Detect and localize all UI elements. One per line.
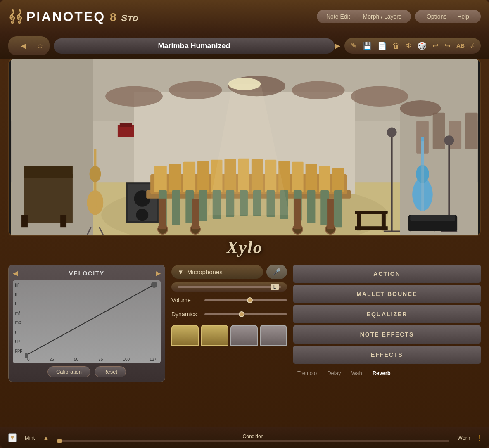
mic-pan-slider-row: L — [171, 282, 287, 292]
pedal-row — [171, 325, 287, 346]
svg-rect-67 — [159, 199, 166, 229]
options-button[interactable]: Options — [423, 12, 450, 21]
wah-tab[interactable]: Wah — [347, 368, 366, 378]
svg-rect-74 — [355, 226, 387, 230]
reset-button[interactable]: Reset — [95, 366, 126, 377]
svg-point-11 — [351, 86, 408, 107]
svg-point-77 — [387, 127, 397, 137]
morph-layers-button[interactable]: Morph / Layers — [360, 12, 405, 21]
note-edit-button[interactable]: Note Edit — [323, 12, 354, 21]
help-button[interactable]: Help — [454, 12, 472, 21]
velocity-header: ◀ VELOCITY ▶ — [13, 269, 161, 277]
compare-icon[interactable]: ≠ — [469, 40, 476, 52]
equalizer-button[interactable]: EQUALIZER — [293, 305, 481, 323]
velocity-prev-button[interactable]: ◀ — [13, 269, 18, 277]
svg-rect-52 — [199, 190, 207, 221]
volume-slider[interactable] — [204, 299, 287, 301]
action-panel: ACTION MALLET BOUNCE EQUALIZER NOTE EFFE… — [293, 265, 481, 382]
delay-tab[interactable]: Delay — [323, 368, 345, 378]
toolbar: ✎ 💾 📄 🗑 ❄ 🎲 ↩ ↪ AB ≠ — [344, 38, 481, 54]
effects-button[interactable]: EFFECTS — [293, 346, 481, 364]
svg-rect-37 — [183, 162, 195, 192]
dynamics-slider[interactable] — [204, 313, 287, 315]
svg-rect-38 — [197, 161, 209, 192]
instrument-name: Xylo — [226, 238, 262, 257]
logo-icon: 𝄞𝄞 — [8, 10, 22, 24]
preset-bar: ◀ ☆ Marimba Humanized ▶ ✎ 💾 📄 🗑 ❄ 🎲 ↩ ↪ … — [0, 33, 489, 59]
microphones-dropdown[interactable]: ▼ Microphones — [171, 265, 263, 279]
svg-rect-20 — [21, 215, 28, 227]
options-help-group: Options Help — [415, 10, 481, 23]
calibration-button[interactable]: Calibration — [47, 366, 90, 377]
worn-label: Worn — [458, 435, 470, 441]
preset-nav: ◀ ☆ — [8, 36, 50, 55]
svg-rect-48 — [332, 168, 344, 192]
svg-point-24 — [90, 166, 101, 183]
dynamics-thumb — [239, 311, 244, 317]
microphone-icon-button[interactable]: 🎤 — [266, 265, 287, 279]
bottom-collapse-button[interactable]: ▼ — [8, 433, 17, 442]
random-icon[interactable]: 🎲 — [416, 40, 428, 52]
favorite-button[interactable]: ☆ — [37, 41, 43, 50]
edit-icon[interactable]: ✎ — [349, 40, 358, 52]
svg-rect-21 — [60, 215, 66, 227]
main-menu-group: Note Edit Morph / Layers — [317, 10, 411, 23]
microphones-header: ▼ Microphones 🎤 — [171, 265, 287, 279]
volume-label: Volume — [171, 297, 200, 303]
pedal-1[interactable] — [171, 325, 199, 346]
prev-preset-button[interactable]: ◀ — [14, 39, 33, 53]
mallet-bounce-button[interactable]: MALLET BOUNCE — [293, 285, 481, 303]
svg-rect-69 — [294, 199, 301, 229]
velocity-buttons: Calibration Reset — [13, 366, 161, 377]
svg-point-30 — [136, 209, 148, 221]
velocity-next-button[interactable]: ▶ — [156, 269, 161, 277]
note-effects-button[interactable]: NOTE EFFECTS — [293, 325, 481, 344]
warning-icon[interactable]: ! — [478, 433, 481, 443]
undo-icon[interactable]: ↩ — [431, 40, 440, 52]
svg-rect-60 — [307, 190, 316, 223]
app-container: 𝄞𝄞 PIANOTEQ 8 STD Note Edit Morph / Laye… — [0, 0, 489, 448]
mic-dropdown-arrow: ▼ — [178, 268, 184, 275]
svg-rect-45 — [292, 162, 304, 192]
svg-rect-47 — [319, 166, 330, 192]
pedal-4[interactable] — [260, 325, 287, 346]
redo-icon[interactable]: ↪ — [443, 40, 452, 52]
condition-area: Condition — [57, 434, 449, 442]
condition-slider[interactable] — [57, 440, 449, 442]
velocity-y-labels: ffffffmfmppppppp — [15, 282, 22, 353]
header-bar: 𝄞𝄞 PIANOTEQ 8 STD Note Edit Morph / Laye… — [0, 0, 489, 33]
svg-rect-50 — [172, 190, 180, 225]
save-icon[interactable]: 💾 — [361, 40, 373, 52]
velocity-chart-svg — [25, 282, 159, 358]
svg-rect-46 — [306, 164, 317, 192]
preset-name: Marimba Humanized — [54, 38, 335, 54]
velocity-panel: ◀ VELOCITY ▶ ffffffmfmppppppp 0255075100… — [8, 265, 165, 382]
reverb-tab[interactable]: Reverb — [368, 368, 395, 378]
delete-icon[interactable]: 🗑 — [391, 40, 401, 52]
header-right: Note Edit Morph / Layers Options Help — [317, 10, 481, 23]
mic-pan-slider[interactable]: L — [178, 286, 281, 288]
effects-tabs-row: Tremolo Delay Wah Reverb — [293, 368, 481, 378]
velocity-chart[interactable]: ffffffmfmppppppp 0255075100127 — [13, 280, 161, 363]
svg-rect-70 — [327, 199, 334, 229]
pedal-3[interactable] — [230, 325, 258, 346]
freeze-icon[interactable]: ❄ — [404, 40, 413, 52]
pedal-2[interactable] — [201, 325, 228, 346]
logo-area: 𝄞𝄞 PIANOTEQ 8 STD — [8, 9, 139, 24]
mint-up-arrow: ▲ — [43, 434, 49, 441]
velocity-x-labels: 0255075100127 — [27, 357, 157, 362]
studio-area — [8, 59, 481, 236]
svg-rect-35 — [154, 166, 167, 192]
microphones-panel: ▼ Microphones 🎤 L Volume Dynamics — [171, 265, 287, 382]
svg-rect-62 — [334, 190, 342, 227]
condition-label: Condition — [243, 434, 264, 439]
svg-rect-68 — [192, 199, 199, 229]
next-preset-button[interactable]: ▶ — [335, 41, 340, 50]
copy-icon[interactable]: 📄 — [376, 40, 388, 52]
ab-icon[interactable]: AB — [455, 41, 466, 50]
svg-point-88 — [444, 135, 454, 145]
tremolo-tab[interactable]: Tremolo — [293, 368, 321, 378]
svg-point-10 — [292, 81, 345, 100]
action-button[interactable]: ACTION — [293, 265, 481, 283]
bottom-strip: ▼ Mint ▲ Condition Worn ! — [0, 427, 489, 448]
